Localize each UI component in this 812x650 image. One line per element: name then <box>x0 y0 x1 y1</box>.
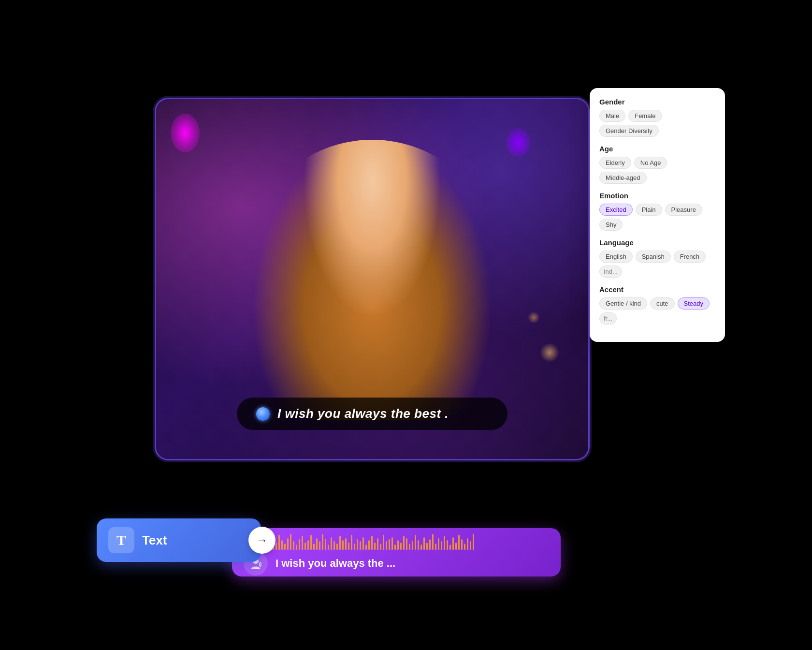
background-light-pink <box>171 114 200 152</box>
age-tag-no-age[interactable]: No Age <box>634 157 667 169</box>
waveform-bar <box>444 536 445 550</box>
waveform-bar <box>278 535 280 550</box>
waveform-bar <box>368 540 370 550</box>
waveform-bar <box>304 543 306 550</box>
waveform-bar <box>365 545 367 550</box>
bokeh-light-1 <box>540 343 559 362</box>
language-tag-more[interactable]: Ind... <box>599 266 622 278</box>
language-tag-spanish[interactable]: Spanish <box>636 251 671 263</box>
waveform-bar <box>455 543 457 550</box>
waveform-bar <box>435 544 436 550</box>
person-figure <box>251 140 493 420</box>
waveform-bar <box>354 544 355 550</box>
waveform-bar <box>342 540 344 550</box>
waveform-bar <box>461 539 463 550</box>
waveform-bar <box>276 543 277 550</box>
emotion-tag-pleasure[interactable]: Pleasure <box>665 204 702 216</box>
language-tag-french[interactable]: French <box>674 251 706 263</box>
gender-tag-diversity[interactable]: Gender Diversity <box>599 125 659 137</box>
waveform-bar <box>293 541 294 550</box>
waveform-bar <box>334 541 335 550</box>
gender-section: Gender Male Female Gender Diversity <box>599 98 715 137</box>
gender-tag-female[interactable]: Female <box>628 110 662 122</box>
waveform-bar <box>423 537 425 550</box>
person-silhouette <box>251 140 493 420</box>
background-light-purple <box>506 128 530 157</box>
age-tags: Elderly No Age Middle-aged <box>599 157 715 184</box>
waveform-bar <box>418 540 419 550</box>
waveform-bar <box>412 541 413 550</box>
waveform-bar <box>360 541 361 550</box>
subtitle-indicator-dot <box>256 407 270 421</box>
waveform-bar <box>357 539 358 550</box>
accent-tag-steady[interactable]: Steady <box>678 297 710 310</box>
waveform-bar <box>299 539 300 550</box>
accent-tag-gentle[interactable]: Gentle / kind <box>599 297 647 310</box>
bokeh-light-2 <box>528 311 540 324</box>
emotion-section: Emotion Excited Plain Pleasure Shy <box>599 192 715 231</box>
waveform-bar <box>328 545 329 550</box>
waveform-bar <box>296 545 297 550</box>
text-input-card[interactable]: T Text → <box>97 518 261 562</box>
subtitle-bar: I wish you always the best . <box>237 398 508 430</box>
emotion-tag-plain[interactable]: Plain <box>636 204 662 216</box>
audio-content-row: I wish you always the ... <box>232 550 561 576</box>
waveform-bar <box>316 538 318 550</box>
main-scene: I wish you always the best . Gender Male… <box>116 59 696 591</box>
waveform-bar <box>377 538 378 550</box>
waveform-bar <box>389 539 390 550</box>
arrow-button[interactable]: → <box>248 527 276 554</box>
waveform-bar <box>322 534 323 550</box>
accent-section: Accent Gentle / kind cute Steady fr... <box>599 285 715 325</box>
waveform-bar <box>429 539 431 550</box>
waveform-bar <box>339 536 341 550</box>
waveform-bar <box>452 537 454 550</box>
waveform-bar <box>441 541 442 550</box>
video-card: I wish you always the best . <box>155 98 590 460</box>
waveform-bar <box>313 544 315 550</box>
waveform-bar <box>310 535 312 550</box>
waveform-bar <box>362 537 364 550</box>
age-tag-elderly[interactable]: Elderly <box>599 157 631 169</box>
accent-tag-more[interactable]: fr... <box>599 312 617 325</box>
waveform-bar <box>400 543 402 550</box>
language-tags: English Spanish French Ind... <box>599 251 715 278</box>
gender-tags: Male Female Gender Diversity <box>599 110 715 137</box>
waveform-bar <box>406 538 407 550</box>
subtitle-text: I wish you always the best . <box>277 406 449 421</box>
settings-panel: Gender Male Female Gender Diversity Age … <box>590 88 725 342</box>
waveform-bar <box>432 534 434 550</box>
emotion-tag-excited[interactable]: Excited <box>599 204 633 216</box>
waveform-bar <box>380 544 381 550</box>
waveform-bar <box>470 541 471 550</box>
waveform-bar <box>438 538 439 550</box>
emotion-tag-shy[interactable]: Shy <box>599 219 623 231</box>
waveform-bar <box>302 536 303 550</box>
waveform-bar <box>409 544 410 550</box>
language-section: Language English Spanish French Ind... <box>599 238 715 278</box>
age-title: Age <box>599 145 715 153</box>
waveform-bar <box>458 535 460 550</box>
waveform-bar <box>374 543 376 550</box>
waveform-bar <box>287 538 289 550</box>
waveform-bar <box>348 543 349 550</box>
waveform-bar <box>371 536 373 550</box>
accent-title: Accent <box>599 285 715 294</box>
waveform-bar <box>319 541 320 550</box>
waveform-bar <box>450 545 451 550</box>
arrow-right-icon: → <box>256 533 268 547</box>
waveform-bar <box>403 536 405 550</box>
waveform-bar <box>281 540 283 550</box>
waveform-bar <box>392 537 393 550</box>
gender-tag-male[interactable]: Male <box>599 110 625 122</box>
waveform-visualization <box>232 528 561 550</box>
audio-output-text: I wish you always the ... <box>276 557 395 570</box>
waveform-bar <box>397 540 399 550</box>
waveform-bar <box>386 541 387 550</box>
waveform-bar <box>426 543 428 550</box>
waveform-bar <box>345 538 347 550</box>
waveform-bar <box>331 537 332 550</box>
language-tag-english[interactable]: English <box>599 251 633 263</box>
accent-tag-cute[interactable]: cute <box>650 297 675 310</box>
age-tag-middle-aged[interactable]: Middle-aged <box>599 172 647 184</box>
